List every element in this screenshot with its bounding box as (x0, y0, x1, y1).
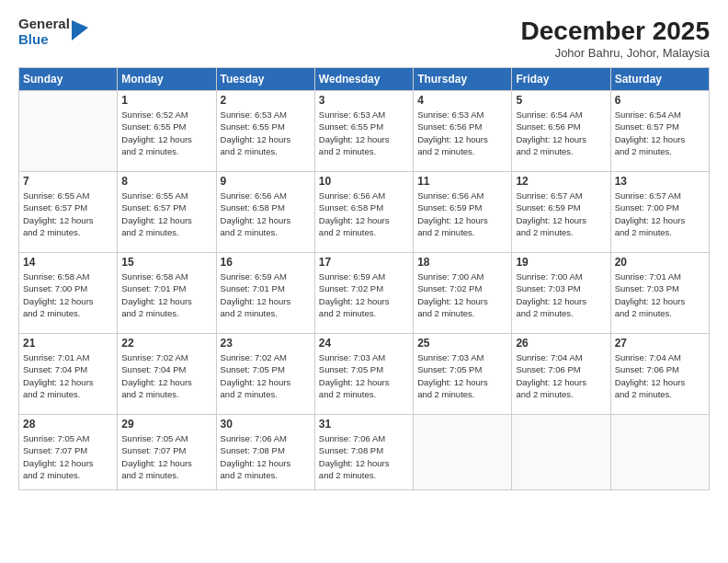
day-info: Sunrise: 7:04 AM Sunset: 7:06 PM Dayligh… (615, 351, 705, 400)
day-info: Sunrise: 7:01 AM Sunset: 7:04 PM Dayligh… (23, 351, 113, 400)
logo-text: General Blue (18, 17, 70, 47)
day-info: Sunrise: 7:06 AM Sunset: 7:08 PM Dayligh… (319, 432, 409, 481)
table-row: 31Sunrise: 7:06 AM Sunset: 7:08 PM Dayli… (314, 415, 413, 490)
day-number: 5 (516, 94, 606, 107)
table-row: 3Sunrise: 6:53 AM Sunset: 6:55 PM Daylig… (314, 91, 413, 172)
col-tuesday: Tuesday (216, 68, 314, 91)
table-row: 28Sunrise: 7:05 AM Sunset: 7:07 PM Dayli… (19, 415, 118, 490)
table-row: 20Sunrise: 7:01 AM Sunset: 7:03 PM Dayli… (610, 253, 709, 334)
col-saturday: Saturday (610, 68, 709, 91)
header: General Blue December 2025 Johor Bahru, … (18, 17, 710, 60)
table-row: 21Sunrise: 7:01 AM Sunset: 7:04 PM Dayli… (19, 334, 118, 415)
day-number: 18 (417, 256, 507, 269)
day-info: Sunrise: 7:03 AM Sunset: 7:05 PM Dayligh… (417, 351, 507, 400)
day-info: Sunrise: 6:56 AM Sunset: 6:58 PM Dayligh… (221, 190, 311, 238)
table-row: 17Sunrise: 6:59 AM Sunset: 7:02 PM Dayli… (314, 253, 413, 334)
col-friday: Friday (512, 68, 610, 91)
table-row: 10Sunrise: 6:56 AM Sunset: 6:58 PM Dayli… (314, 172, 413, 253)
day-number: 8 (121, 175, 211, 188)
table-row: 24Sunrise: 7:03 AM Sunset: 7:05 PM Dayli… (314, 334, 413, 415)
table-row: 26Sunrise: 7:04 AM Sunset: 7:06 PM Dayli… (512, 334, 610, 415)
table-row: 27Sunrise: 7:04 AM Sunset: 7:06 PM Dayli… (610, 334, 709, 415)
day-number: 24 (319, 337, 409, 350)
table-row: 15Sunrise: 6:58 AM Sunset: 7:01 PM Dayli… (118, 253, 216, 334)
col-sunday: Sunday (19, 68, 118, 91)
day-info: Sunrise: 6:59 AM Sunset: 7:02 PM Dayligh… (319, 270, 409, 319)
day-number: 28 (23, 418, 113, 431)
day-number: 25 (417, 337, 507, 350)
day-number: 16 (221, 256, 311, 269)
day-number: 6 (615, 94, 705, 107)
day-number: 31 (319, 418, 409, 431)
day-number: 10 (319, 175, 409, 188)
day-number: 30 (221, 418, 311, 431)
table-row: 14Sunrise: 6:58 AM Sunset: 7:00 PM Dayli… (19, 253, 118, 334)
day-number: 1 (121, 94, 211, 107)
table-row: 13Sunrise: 6:57 AM Sunset: 7:00 PM Dayli… (610, 172, 709, 253)
table-row: 6Sunrise: 6:54 AM Sunset: 6:57 PM Daylig… (610, 91, 709, 172)
table-row: 30Sunrise: 7:06 AM Sunset: 7:08 PM Dayli… (216, 415, 314, 490)
day-number: 7 (23, 175, 113, 188)
col-wednesday: Wednesday (314, 68, 413, 91)
day-number: 11 (417, 175, 507, 188)
table-row: 2Sunrise: 6:53 AM Sunset: 6:55 PM Daylig… (216, 91, 314, 172)
table-row (610, 415, 709, 490)
table-row: 29Sunrise: 7:05 AM Sunset: 7:07 PM Dayli… (118, 415, 216, 490)
logo-icon (72, 20, 88, 40)
day-number: 14 (23, 256, 113, 269)
day-number: 15 (121, 256, 211, 269)
table-row (19, 91, 118, 172)
table-row: 19Sunrise: 7:00 AM Sunset: 7:03 PM Dayli… (512, 253, 610, 334)
day-info: Sunrise: 6:57 AM Sunset: 7:00 PM Dayligh… (615, 190, 705, 238)
table-row: 16Sunrise: 6:59 AM Sunset: 7:01 PM Dayli… (216, 253, 314, 334)
table-row: 11Sunrise: 6:56 AM Sunset: 6:59 PM Dayli… (414, 172, 512, 253)
day-info: Sunrise: 6:53 AM Sunset: 6:55 PM Dayligh… (319, 109, 409, 157)
day-info: Sunrise: 6:58 AM Sunset: 7:01 PM Dayligh… (121, 270, 211, 319)
day-info: Sunrise: 6:59 AM Sunset: 7:01 PM Dayligh… (221, 270, 311, 319)
day-number: 23 (221, 337, 311, 350)
day-info: Sunrise: 7:02 AM Sunset: 7:05 PM Dayligh… (221, 351, 311, 400)
title-block: December 2025 Johor Bahru, Johor, Malays… (521, 17, 710, 60)
day-number: 17 (319, 256, 409, 269)
day-number: 20 (615, 256, 705, 269)
day-number: 4 (417, 94, 507, 107)
col-thursday: Thursday (414, 68, 512, 91)
table-row: 23Sunrise: 7:02 AM Sunset: 7:05 PM Dayli… (216, 334, 314, 415)
day-info: Sunrise: 6:54 AM Sunset: 6:57 PM Dayligh… (615, 109, 705, 157)
day-number: 21 (23, 337, 113, 350)
table-row: 12Sunrise: 6:57 AM Sunset: 6:59 PM Dayli… (512, 172, 610, 253)
day-info: Sunrise: 7:06 AM Sunset: 7:08 PM Dayligh… (221, 432, 311, 481)
day-info: Sunrise: 7:04 AM Sunset: 7:06 PM Dayligh… (516, 351, 606, 400)
day-number: 29 (121, 418, 211, 431)
day-info: Sunrise: 6:54 AM Sunset: 6:56 PM Dayligh… (516, 109, 606, 157)
day-info: Sunrise: 6:58 AM Sunset: 7:00 PM Dayligh… (23, 270, 113, 319)
day-info: Sunrise: 6:56 AM Sunset: 6:59 PM Dayligh… (417, 190, 507, 238)
table-row: 4Sunrise: 6:53 AM Sunset: 6:56 PM Daylig… (414, 91, 512, 172)
day-info: Sunrise: 7:02 AM Sunset: 7:04 PM Dayligh… (121, 351, 211, 400)
table-row (414, 415, 512, 490)
day-info: Sunrise: 6:56 AM Sunset: 6:58 PM Dayligh… (319, 190, 409, 238)
logo-general: General (18, 17, 70, 32)
day-info: Sunrise: 7:03 AM Sunset: 7:05 PM Dayligh… (319, 351, 409, 400)
day-info: Sunrise: 7:05 AM Sunset: 7:07 PM Dayligh… (121, 432, 211, 481)
day-number: 12 (516, 175, 606, 188)
month-title: December 2025 (521, 17, 710, 46)
day-number: 22 (121, 337, 211, 350)
day-info: Sunrise: 7:01 AM Sunset: 7:03 PM Dayligh… (615, 270, 705, 319)
day-info: Sunrise: 6:55 AM Sunset: 6:57 PM Dayligh… (23, 190, 113, 238)
table-row: 8Sunrise: 6:55 AM Sunset: 6:57 PM Daylig… (118, 172, 216, 253)
table-row (512, 415, 610, 490)
day-number: 2 (221, 94, 311, 107)
col-monday: Monday (118, 68, 216, 91)
day-number: 13 (615, 175, 705, 188)
day-number: 19 (516, 256, 606, 269)
table-row: 25Sunrise: 7:03 AM Sunset: 7:05 PM Dayli… (414, 334, 512, 415)
day-number: 27 (615, 337, 705, 350)
page: General Blue December 2025 Johor Bahru, … (0, 0, 728, 563)
svg-marker-0 (72, 20, 88, 40)
day-info: Sunrise: 6:53 AM Sunset: 6:55 PM Dayligh… (221, 109, 311, 157)
table-row: 9Sunrise: 6:56 AM Sunset: 6:58 PM Daylig… (216, 172, 314, 253)
table-row: 22Sunrise: 7:02 AM Sunset: 7:04 PM Dayli… (118, 334, 216, 415)
day-info: Sunrise: 6:52 AM Sunset: 6:55 PM Dayligh… (121, 109, 211, 157)
day-number: 9 (221, 175, 311, 188)
